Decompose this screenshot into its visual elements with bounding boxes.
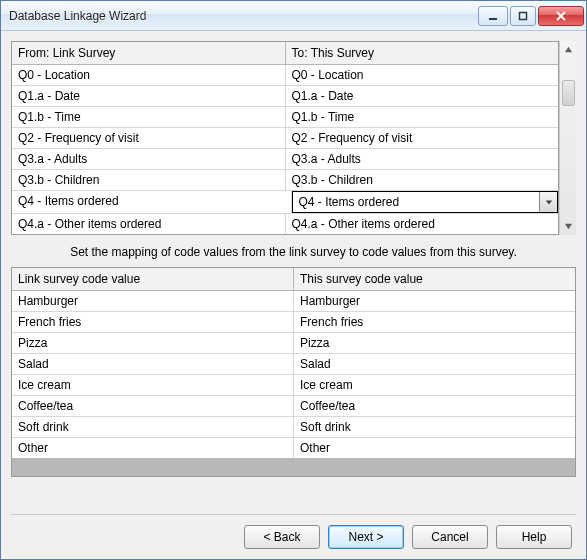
table-row[interactable]: PizzaPizza [12,333,575,354]
svg-marker-4 [545,200,551,204]
this-code-cell: French fries [294,312,575,332]
table-row[interactable]: SaladSalad [12,354,575,375]
this-code-header: This survey code value [294,268,575,290]
scroll-down-icon[interactable] [562,220,575,233]
from-cell: Q1.a - Date [12,86,286,106]
table-row[interactable]: Q4 - Items orderedQ4 - Items ordered [12,191,558,214]
link-code-cell: Soft drink [12,417,294,437]
table-row[interactable]: Q1.a - DateQ1.a - Date [12,86,558,107]
table-row[interactable]: Q3.a - AdultsQ3.a - Adults [12,149,558,170]
maximize-button[interactable] [510,6,536,26]
table-header-row: From: Link Survey To: This Survey [12,42,558,65]
scroll-up-icon[interactable] [562,43,575,56]
this-code-cell: Pizza [294,333,575,353]
table-row[interactable]: OtherOther [12,438,575,458]
to-cell: Q2 - Frequency of visit [286,128,559,148]
table-row[interactable]: Q3.b - ChildrenQ3.b - Children [12,170,558,191]
from-cell: Q4.a - Other items ordered [12,214,286,234]
divider [11,514,576,515]
window-frame: Database Linkage Wizard From: Link Surve… [0,0,587,560]
from-cell: Q1.b - Time [12,107,286,127]
svg-marker-5 [564,47,571,52]
table-row[interactable]: Q0 - LocationQ0 - Location [12,65,558,86]
this-code-cell: Coffee/tea [294,396,575,416]
link-code-cell: Other [12,438,294,458]
chevron-down-icon[interactable] [539,192,557,212]
svg-marker-6 [564,224,571,229]
question-mapping-body: Q0 - LocationQ0 - LocationQ1.a - DateQ1.… [12,65,558,234]
to-cell: Q0 - Location [286,65,559,85]
minimize-button[interactable] [478,6,508,26]
this-code-cell: Salad [294,354,575,374]
code-mapping-table: Link survey code value This survey code … [11,267,576,477]
question-mapping-table: From: Link Survey To: This Survey Q0 - L… [11,41,559,235]
from-cell: Q3.a - Adults [12,149,286,169]
link-code-cell: Hamburger [12,291,294,311]
window-title: Database Linkage Wizard [9,9,478,23]
to-cell: Q4 - Items ordered [292,191,559,213]
wizard-button-bar: < Back Next > Cancel Help [11,525,576,551]
to-cell: Q3.a - Adults [286,149,559,169]
instruction-text: Set the mapping of code values from the … [11,235,576,267]
table-header-row: Link survey code value This survey code … [12,268,575,291]
to-cell: Q1.a - Date [286,86,559,106]
from-header: From: Link Survey [12,42,286,64]
table-row[interactable]: Coffee/teaCoffee/tea [12,396,575,417]
link-code-cell: Ice cream [12,375,294,395]
link-code-cell: Salad [12,354,294,374]
link-code-header: Link survey code value [12,268,294,290]
from-cell: Q4 - Items ordered [12,191,292,213]
to-cell: Q1.b - Time [286,107,559,127]
help-button[interactable]: Help [496,525,572,549]
from-cell: Q2 - Frequency of visit [12,128,286,148]
this-code-cell: Hamburger [294,291,575,311]
table-row[interactable]: Ice creamIce cream [12,375,575,396]
link-code-cell: Pizza [12,333,294,353]
link-code-cell: French fries [12,312,294,332]
to-cell: Q3.b - Children [286,170,559,190]
from-cell: Q3.b - Children [12,170,286,190]
table-row[interactable]: Q4.a - Other items orderedQ4.a - Other i… [12,214,558,234]
question-mapping-area: From: Link Survey To: This Survey Q0 - L… [11,41,576,235]
table-row[interactable]: HamburgerHamburger [12,291,575,312]
to-cell: Q4.a - Other items ordered [286,214,559,234]
titlebar[interactable]: Database Linkage Wizard [1,1,586,31]
table-row[interactable]: Q1.b - TimeQ1.b - Time [12,107,558,128]
close-button[interactable] [538,6,584,26]
next-button[interactable]: Next > [328,525,404,549]
client-area: From: Link Survey To: This Survey Q0 - L… [1,31,586,559]
back-button[interactable]: < Back [244,525,320,549]
table-row[interactable]: French friesFrench fries [12,312,575,333]
svg-rect-1 [520,12,527,19]
combobox-value: Q4 - Items ordered [293,195,540,209]
link-code-cell: Coffee/tea [12,396,294,416]
scroll-thumb[interactable] [562,80,575,106]
vertical-scrollbar[interactable] [559,41,576,235]
window-buttons [478,6,584,26]
from-cell: Q0 - Location [12,65,286,85]
code-mapping-body: HamburgerHamburgerFrench friesFrench fri… [12,291,575,458]
table-row[interactable]: Q2 - Frequency of visitQ2 - Frequency of… [12,128,558,149]
this-code-cell: Other [294,438,575,458]
this-code-cell: Ice cream [294,375,575,395]
table-footer-bar [12,458,575,476]
to-header: To: This Survey [286,42,559,64]
to-question-combobox[interactable]: Q4 - Items ordered [292,191,559,213]
this-code-cell: Soft drink [294,417,575,437]
cancel-button[interactable]: Cancel [412,525,488,549]
table-row[interactable]: Soft drinkSoft drink [12,417,575,438]
